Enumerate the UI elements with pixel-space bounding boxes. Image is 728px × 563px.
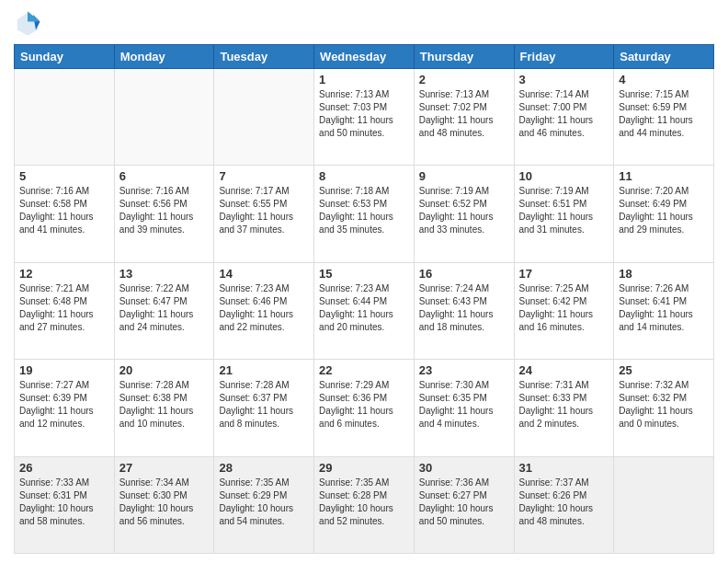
calendar-cell: 20Sunrise: 7:28 AM Sunset: 6:38 PM Dayli… <box>114 360 214 456</box>
day-number: 26 <box>19 461 109 475</box>
calendar-cell: 27Sunrise: 7:34 AM Sunset: 6:30 PM Dayli… <box>114 456 214 553</box>
calendar-header-wednesday: Wednesday <box>314 45 415 69</box>
calendar-cell: 18Sunrise: 7:26 AM Sunset: 6:41 PM Dayli… <box>614 262 714 359</box>
day-info: Sunrise: 7:31 AM Sunset: 6:33 PM Dayligh… <box>519 379 609 431</box>
day-info: Sunrise: 7:14 AM Sunset: 7:00 PM Dayligh… <box>519 88 609 140</box>
day-number: 22 <box>319 363 409 377</box>
calendar-cell <box>114 69 214 166</box>
day-number: 31 <box>519 461 609 475</box>
day-number: 5 <box>19 169 109 183</box>
day-info: Sunrise: 7:13 AM Sunset: 7:03 PM Dayligh… <box>319 88 409 140</box>
calendar-cell: 10Sunrise: 7:19 AM Sunset: 6:51 PM Dayli… <box>514 166 614 262</box>
day-number: 20 <box>119 363 210 377</box>
calendar-week-row: 1Sunrise: 7:13 AM Sunset: 7:03 PM Daylig… <box>15 69 714 166</box>
calendar-header-row: SundayMondayTuesdayWednesdayThursdayFrid… <box>15 45 714 69</box>
calendar-cell: 13Sunrise: 7:22 AM Sunset: 6:47 PM Dayli… <box>114 262 214 359</box>
calendar-cell: 19Sunrise: 7:27 AM Sunset: 6:39 PM Dayli… <box>15 360 115 456</box>
day-info: Sunrise: 7:26 AM Sunset: 6:41 PM Dayligh… <box>619 282 709 334</box>
day-number: 28 <box>219 461 309 475</box>
day-info: Sunrise: 7:21 AM Sunset: 6:48 PM Dayligh… <box>19 282 109 334</box>
day-info: Sunrise: 7:20 AM Sunset: 6:49 PM Dayligh… <box>619 185 709 236</box>
day-number: 3 <box>519 73 609 86</box>
day-number: 4 <box>619 73 709 86</box>
day-info: Sunrise: 7:37 AM Sunset: 6:26 PM Dayligh… <box>519 477 609 528</box>
day-info: Sunrise: 7:25 AM Sunset: 6:42 PM Dayligh… <box>519 282 609 334</box>
calendar-cell: 2Sunrise: 7:13 AM Sunset: 7:02 PM Daylig… <box>414 69 514 166</box>
day-number: 15 <box>319 267 409 281</box>
calendar-week-row: 5Sunrise: 7:16 AM Sunset: 6:58 PM Daylig… <box>15 166 714 262</box>
calendar-cell: 25Sunrise: 7:32 AM Sunset: 6:32 PM Dayli… <box>614 360 714 456</box>
calendar-cell: 31Sunrise: 7:37 AM Sunset: 6:26 PM Dayli… <box>514 456 614 553</box>
calendar-cell: 14Sunrise: 7:23 AM Sunset: 6:46 PM Dayli… <box>214 262 314 359</box>
day-info: Sunrise: 7:15 AM Sunset: 6:59 PM Dayligh… <box>619 88 709 140</box>
day-number: 11 <box>619 169 709 183</box>
day-number: 21 <box>219 363 309 377</box>
calendar-cell: 1Sunrise: 7:13 AM Sunset: 7:03 PM Daylig… <box>314 69 415 166</box>
calendar-header-monday: Monday <box>114 45 214 69</box>
calendar-cell: 12Sunrise: 7:21 AM Sunset: 6:48 PM Dayli… <box>15 262 115 359</box>
day-info: Sunrise: 7:36 AM Sunset: 6:27 PM Dayligh… <box>419 477 509 528</box>
calendar-week-row: 26Sunrise: 7:33 AM Sunset: 6:31 PM Dayli… <box>15 456 714 553</box>
calendar-header-saturday: Saturday <box>614 45 714 69</box>
calendar-week-row: 19Sunrise: 7:27 AM Sunset: 6:39 PM Dayli… <box>15 360 714 456</box>
day-info: Sunrise: 7:35 AM Sunset: 6:28 PM Dayligh… <box>319 477 409 528</box>
calendar-header-friday: Friday <box>514 45 614 69</box>
day-number: 13 <box>119 267 210 281</box>
logo-icon <box>14 9 41 37</box>
header <box>14 9 714 37</box>
calendar-cell: 21Sunrise: 7:28 AM Sunset: 6:37 PM Dayli… <box>214 360 314 456</box>
day-number: 12 <box>19 267 109 281</box>
calendar-header-sunday: Sunday <box>15 45 115 69</box>
day-number: 30 <box>419 461 509 475</box>
day-number: 18 <box>619 267 709 281</box>
calendar-cell: 23Sunrise: 7:30 AM Sunset: 6:35 PM Dayli… <box>414 360 514 456</box>
day-number: 2 <box>419 73 509 86</box>
calendar-cell: 16Sunrise: 7:24 AM Sunset: 6:43 PM Dayli… <box>414 262 514 359</box>
calendar-cell: 6Sunrise: 7:16 AM Sunset: 6:56 PM Daylig… <box>114 166 214 262</box>
day-info: Sunrise: 7:35 AM Sunset: 6:29 PM Dayligh… <box>219 477 309 528</box>
calendar-cell: 26Sunrise: 7:33 AM Sunset: 6:31 PM Dayli… <box>15 456 115 553</box>
calendar-cell: 9Sunrise: 7:19 AM Sunset: 6:52 PM Daylig… <box>414 166 514 262</box>
day-info: Sunrise: 7:13 AM Sunset: 7:02 PM Dayligh… <box>419 88 509 140</box>
calendar-cell: 7Sunrise: 7:17 AM Sunset: 6:55 PM Daylig… <box>214 166 314 262</box>
calendar-cell: 24Sunrise: 7:31 AM Sunset: 6:33 PM Dayli… <box>514 360 614 456</box>
svg-marker-2 <box>28 11 40 21</box>
day-number: 6 <box>119 169 210 183</box>
calendar-cell <box>214 69 314 166</box>
day-number: 19 <box>19 363 109 377</box>
calendar-cell: 3Sunrise: 7:14 AM Sunset: 7:00 PM Daylig… <box>514 69 614 166</box>
day-info: Sunrise: 7:28 AM Sunset: 6:38 PM Dayligh… <box>119 379 210 431</box>
day-info: Sunrise: 7:23 AM Sunset: 6:46 PM Dayligh… <box>219 282 309 334</box>
day-number: 10 <box>519 169 609 183</box>
logo <box>14 9 45 37</box>
day-number: 8 <box>319 169 409 183</box>
day-info: Sunrise: 7:33 AM Sunset: 6:31 PM Dayligh… <box>19 477 109 528</box>
day-number: 23 <box>419 363 509 377</box>
day-number: 27 <box>119 461 210 475</box>
day-info: Sunrise: 7:34 AM Sunset: 6:30 PM Dayligh… <box>119 477 210 528</box>
day-number: 16 <box>419 267 509 281</box>
calendar-cell <box>15 69 115 166</box>
day-number: 14 <box>219 267 309 281</box>
calendar-cell: 30Sunrise: 7:36 AM Sunset: 6:27 PM Dayli… <box>414 456 514 553</box>
day-info: Sunrise: 7:30 AM Sunset: 6:35 PM Dayligh… <box>419 379 509 431</box>
day-info: Sunrise: 7:19 AM Sunset: 6:51 PM Dayligh… <box>519 185 609 236</box>
day-info: Sunrise: 7:19 AM Sunset: 6:52 PM Dayligh… <box>419 185 509 236</box>
day-number: 24 <box>519 363 609 377</box>
day-info: Sunrise: 7:16 AM Sunset: 6:58 PM Dayligh… <box>19 185 109 236</box>
calendar-header-thursday: Thursday <box>414 45 514 69</box>
day-info: Sunrise: 7:17 AM Sunset: 6:55 PM Dayligh… <box>219 185 309 236</box>
day-info: Sunrise: 7:16 AM Sunset: 6:56 PM Dayligh… <box>119 185 210 236</box>
calendar-cell: 28Sunrise: 7:35 AM Sunset: 6:29 PM Dayli… <box>214 456 314 553</box>
calendar-cell: 15Sunrise: 7:23 AM Sunset: 6:44 PM Dayli… <box>314 262 415 359</box>
day-number: 7 <box>219 169 309 183</box>
day-info: Sunrise: 7:28 AM Sunset: 6:37 PM Dayligh… <box>219 379 309 431</box>
day-number: 25 <box>619 363 709 377</box>
calendar-cell: 8Sunrise: 7:18 AM Sunset: 6:53 PM Daylig… <box>314 166 415 262</box>
day-info: Sunrise: 7:32 AM Sunset: 6:32 PM Dayligh… <box>619 379 709 431</box>
day-info: Sunrise: 7:27 AM Sunset: 6:39 PM Dayligh… <box>19 379 109 431</box>
day-number: 29 <box>319 461 409 475</box>
calendar-cell: 29Sunrise: 7:35 AM Sunset: 6:28 PM Dayli… <box>314 456 415 553</box>
calendar-header-tuesday: Tuesday <box>214 45 314 69</box>
calendar-week-row: 12Sunrise: 7:21 AM Sunset: 6:48 PM Dayli… <box>15 262 714 359</box>
